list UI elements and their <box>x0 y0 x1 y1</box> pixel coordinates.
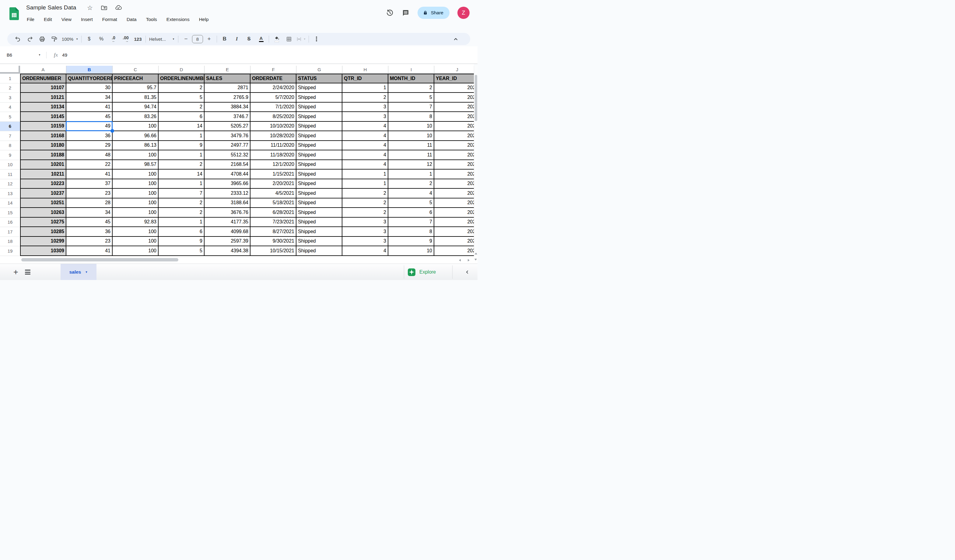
menu-data[interactable]: Data <box>126 16 137 23</box>
cell-A9[interactable]: 10188 <box>20 150 66 160</box>
vertical-scrollbar[interactable] <box>474 66 478 256</box>
cell-G1[interactable]: STATUS <box>296 74 342 83</box>
horizontal-scrollbar-thumb[interactable] <box>21 258 178 261</box>
cell-B6[interactable]: 49 <box>66 122 113 131</box>
cell-C2[interactable]: 95.7 <box>113 83 158 93</box>
menu-edit[interactable]: Edit <box>43 16 53 23</box>
menu-file[interactable]: File <box>26 16 35 23</box>
column-header-C[interactable]: C <box>113 66 158 74</box>
cell-I15[interactable]: 6 <box>388 208 434 217</box>
cell-H14[interactable]: 2 <box>342 199 388 208</box>
format-percent-button[interactable]: % <box>95 34 107 44</box>
cell-E15[interactable]: 3676.76 <box>205 208 250 217</box>
cell-I11[interactable]: 1 <box>388 169 434 179</box>
cell-A8[interactable]: 10180 <box>20 141 66 151</box>
cell-H4[interactable]: 3 <box>342 103 388 112</box>
increase-decimal-button[interactable]: .00→ <box>120 34 132 44</box>
cell-F7[interactable]: 10/28/2020 <box>250 131 296 141</box>
cell-E7[interactable]: 3479.76 <box>205 131 250 141</box>
cell-E9[interactable]: 5512.32 <box>205 150 250 160</box>
cell-E3[interactable]: 2765.9 <box>205 93 250 103</box>
decrease-decimal-button[interactable]: .0← <box>107 34 120 44</box>
move-to-folder-icon[interactable] <box>101 4 107 11</box>
all-sheets-menu-icon[interactable] <box>25 270 30 275</box>
cell-A4[interactable]: 10134 <box>20 103 66 112</box>
cell-I6[interactable]: 10 <box>388 122 434 131</box>
cell-C8[interactable]: 86.13 <box>113 141 158 151</box>
cell-D3[interactable]: 5 <box>158 93 205 103</box>
cell-A19[interactable]: 10309 <box>20 246 66 256</box>
cell-H6[interactable]: 4 <box>342 122 388 131</box>
row-header-11[interactable]: 11 <box>0 169 20 179</box>
row-header-15[interactable]: 15 <box>0 208 20 217</box>
cell-A11[interactable]: 10211 <box>20 169 66 179</box>
name-box[interactable]: B6 ▼ <box>0 53 46 58</box>
cell-B18[interactable]: 23 <box>66 237 113 247</box>
format-currency-button[interactable]: $ <box>83 34 95 44</box>
cell-B15[interactable]: 34 <box>66 208 113 217</box>
cell-B1[interactable]: QUANTITYORDERED <box>66 74 113 83</box>
row-header-16[interactable]: 16 <box>0 217 20 227</box>
cell-B17[interactable]: 36 <box>66 227 113 237</box>
menu-help[interactable]: Help <box>199 16 210 23</box>
cell-F14[interactable]: 5/18/2021 <box>250 199 296 208</box>
cell-C17[interactable]: 100 <box>113 227 158 237</box>
scroll-left-arrow[interactable] <box>459 259 461 261</box>
cell-I8[interactable]: 11 <box>388 141 434 151</box>
cell-I18[interactable]: 9 <box>388 237 434 247</box>
cell-F18[interactable]: 9/30/2021 <box>250 237 296 247</box>
add-sheet-button[interactable]: + <box>13 268 18 276</box>
cell-C1[interactable]: PRICEEACH <box>113 74 158 83</box>
cell-G16[interactable]: Shipped <box>296 217 342 227</box>
redo-button[interactable] <box>24 34 36 44</box>
cell-A16[interactable]: 10275 <box>20 217 66 227</box>
cell-J3[interactable]: 2020 <box>434 93 474 103</box>
cell-G5[interactable]: Shipped <box>296 112 342 122</box>
cell-J10[interactable]: 2020 <box>434 160 474 170</box>
scroll-right-arrow[interactable] <box>468 259 470 261</box>
document-status-cloud-icon[interactable] <box>115 4 122 11</box>
cell-C19[interactable]: 100 <box>113 246 158 256</box>
comments-icon[interactable] <box>402 9 410 17</box>
cell-D14[interactable]: 2 <box>158 199 205 208</box>
row-header-9[interactable]: 9 <box>0 150 20 160</box>
cell-B9[interactable]: 48 <box>66 150 113 160</box>
select-all-corner[interactable] <box>0 66 20 74</box>
zoom-control[interactable]: 100% ▼ <box>60 34 80 44</box>
font-family-selector[interactable]: Helvet... ▼ <box>147 34 177 44</box>
cell-I7[interactable]: 10 <box>388 131 434 141</box>
cell-G15[interactable]: Shipped <box>296 208 342 217</box>
cell-I1[interactable]: MONTH_ID <box>388 74 434 83</box>
cell-A15[interactable]: 10263 <box>20 208 66 217</box>
column-header-A[interactable]: A <box>20 66 66 74</box>
cell-B16[interactable]: 45 <box>66 217 113 227</box>
cell-A13[interactable]: 10237 <box>20 189 66 199</box>
row-header-7[interactable]: 7 <box>0 131 20 141</box>
cell-D7[interactable]: 1 <box>158 131 205 141</box>
cell-F13[interactable]: 4/5/2021 <box>250 189 296 199</box>
cell-H11[interactable]: 1 <box>342 169 388 179</box>
star-icon[interactable]: ☆ <box>86 4 93 11</box>
cell-H9[interactable]: 4 <box>342 150 388 160</box>
row-header-6[interactable]: 6 <box>0 122 20 131</box>
cell-G11[interactable]: Shipped <box>296 169 342 179</box>
cell-H3[interactable]: 2 <box>342 93 388 103</box>
fill-color-button[interactable] <box>271 34 283 44</box>
cell-F10[interactable]: 12/1/2020 <box>250 160 296 170</box>
cell-H16[interactable]: 3 <box>342 217 388 227</box>
column-header-J[interactable]: J <box>434 66 474 74</box>
cell-C10[interactable]: 98.57 <box>113 160 158 170</box>
cell-G9[interactable]: Shipped <box>296 150 342 160</box>
cell-C9[interactable]: 100 <box>113 150 158 160</box>
cell-C4[interactable]: 94.74 <box>113 103 158 112</box>
cell-I13[interactable]: 4 <box>388 189 434 199</box>
cell-J11[interactable]: 2021 <box>434 169 474 179</box>
cell-H1[interactable]: QTR_ID <box>342 74 388 83</box>
cell-B7[interactable]: 36 <box>66 131 113 141</box>
cell-D17[interactable]: 6 <box>158 227 205 237</box>
cell-E8[interactable]: 2497.77 <box>205 141 250 151</box>
italic-button[interactable]: I <box>231 34 243 44</box>
cell-B3[interactable]: 34 <box>66 93 113 103</box>
cell-D15[interactable]: 2 <box>158 208 205 217</box>
column-header-G[interactable]: G <box>296 66 342 74</box>
